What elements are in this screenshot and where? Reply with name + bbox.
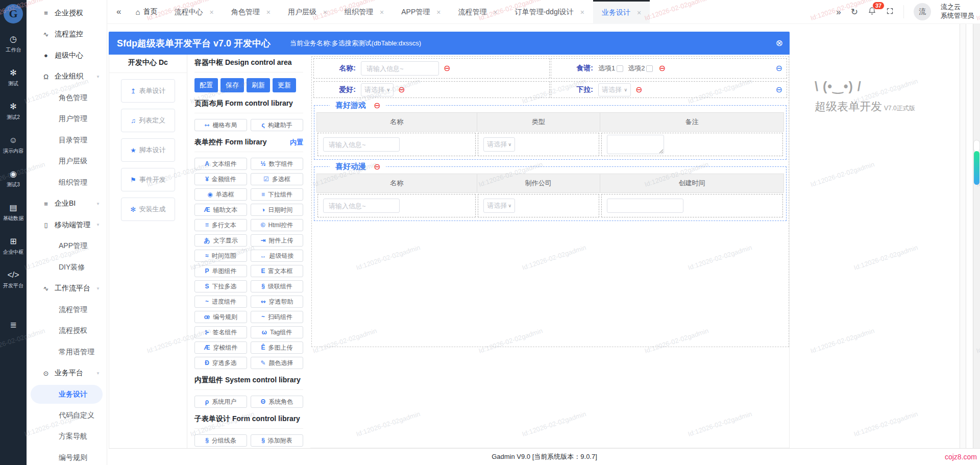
form-component-button[interactable]: § 级联组件 (251, 280, 303, 292)
form-component-button[interactable]: ☑ 多选框 (251, 173, 303, 185)
form-component-button[interactable]: ✎ 颜色选择 (251, 357, 303, 369)
tab[interactable]: 角色管理 × (223, 0, 279, 24)
checkbox[interactable] (617, 65, 623, 72)
tab-close-icon[interactable]: × (493, 8, 497, 16)
subform-component-button[interactable]: § 分组线条 (194, 434, 247, 447)
game-type-select[interactable]: 请选择 ∨ (483, 137, 515, 152)
rail-module-item[interactable]: ◉ 测试3 (0, 162, 27, 196)
sidebar-item[interactable]: ⊙ 业务平台 ▼ (27, 363, 107, 384)
layout-component-button[interactable]: ς 构建助手 (251, 119, 303, 131)
sidebar-item[interactable]: 流程授权 (27, 321, 107, 342)
sidebar-item[interactable]: 角色管理 (27, 87, 107, 109)
tab-close-icon[interactable]: × (580, 8, 584, 16)
game-name-input[interactable] (323, 137, 400, 152)
action-button[interactable]: 配置 (194, 78, 218, 92)
system-component-button[interactable]: ρ 系统用户 (194, 396, 247, 408)
tab[interactable]: 订单管理-ddgl设计 × (506, 0, 593, 24)
form-component-button[interactable]: A 文本组件 (194, 158, 247, 170)
rail-module-item[interactable]: </> 开发平台 (0, 263, 27, 297)
rail-module-item[interactable]: ◷ 工作台 (0, 28, 27, 61)
rail-module-item[interactable]: ✻ 测试 (0, 61, 27, 95)
sidebar-collapse-icon[interactable]: ≣ (0, 320, 27, 330)
checkbox-option[interactable]: 选项1 (598, 64, 623, 73)
notifications-button[interactable]: 37 (868, 7, 876, 17)
tab-close-icon[interactable]: × (323, 8, 327, 16)
close-icon[interactable]: ⊗ (776, 38, 783, 48)
form-component-button[interactable]: E 富文本框 (251, 265, 303, 277)
remove-field-icon[interactable]: ⊖ (398, 86, 405, 94)
sidebar-item[interactable]: ● 超级中心 (27, 45, 107, 66)
form-component-button[interactable]: ◉ 单选框 (194, 188, 247, 201)
remove-row-icon[interactable]: ⊖ (776, 86, 782, 94)
sidebar-item[interactable]: DIY装修 (27, 257, 107, 278)
action-button[interactable]: 保存 (220, 78, 244, 92)
hobby-select[interactable]: 请选择 ∨ (361, 83, 394, 96)
sidebar-item[interactable]: APP管理 (27, 236, 107, 257)
dev-tool-button[interactable]: ✻ 安装生成 (121, 198, 175, 221)
scrollbar-thumb-cap[interactable] (974, 140, 979, 152)
app-logo[interactable]: G (4, 4, 23, 23)
sidebar-item[interactable]: 用户管理 (27, 109, 107, 130)
sidebar-item[interactable]: Ω 企业组织 ▼ (27, 66, 107, 88)
checkbox-option[interactable]: 选项2 (628, 64, 653, 73)
checkbox[interactable] (646, 65, 653, 72)
user-info[interactable]: 流之云 系统管理员 (941, 3, 974, 20)
sidebar-item[interactable]: 用户层级 (27, 151, 107, 173)
remove-section-icon[interactable]: ⊖ (374, 163, 380, 171)
tab-home[interactable]: ⌂ 首页 (127, 0, 165, 23)
form-component-button[interactable]: ~ 扫码组件 (251, 311, 303, 323)
tab-close-icon[interactable]: × (436, 8, 440, 16)
dev-tool-button[interactable]: ↥ 表单设计 (121, 79, 175, 103)
system-component-button[interactable]: Θ 系统角色 (251, 396, 303, 408)
anime-company-select[interactable]: 请选择 ∨ (483, 199, 515, 213)
form-component-button[interactable]: Đ 穿透多选 (194, 357, 247, 369)
rail-module-item[interactable]: ☺ 演示内容 (0, 129, 27, 162)
tab[interactable]: 用户层级 × (279, 0, 336, 24)
dev-tool-button[interactable]: ★ 脚本设计 (121, 138, 175, 162)
form-component-button[interactable]: S 下拉多选 (194, 280, 247, 292)
form-component-button[interactable]: あ 文字显示 (194, 234, 247, 247)
sidebar-item[interactable]: ▯ 移动端管理 ▼ (27, 214, 107, 236)
create-time-input[interactable] (607, 199, 683, 213)
tab[interactable]: APP管理 × (393, 0, 449, 24)
page-scrollbar-track[interactable] (973, 24, 980, 465)
sidebar-item[interactable]: ∿ 流程监控 (27, 24, 107, 45)
sidebar-item[interactable]: ∿ 工作流平台 ▼ (27, 278, 107, 300)
form-component-button[interactable]: ω Tag组件 (251, 326, 303, 338)
remove-field-icon[interactable]: ⊖ (635, 86, 642, 94)
notes-textarea[interactable] (607, 135, 664, 154)
dropdown-select[interactable]: 请选择 ∨ (598, 83, 631, 96)
dev-tool-button[interactable]: ⚑ 事件开发 (121, 168, 175, 191)
panel-scrollbar-track[interactable] (960, 24, 966, 465)
subform-component-button[interactable]: § 添加附表 (251, 434, 303, 447)
remove-field-icon[interactable]: ⊖ (444, 64, 450, 72)
tab[interactable]: 业务设计 × (593, 0, 650, 24)
tabs-scroll-right-icon[interactable]: » (836, 8, 841, 16)
sidebar-item[interactable]: ≡ 企业BI ▼ (27, 193, 107, 215)
form-component-button[interactable]: ½ 数字组件 (251, 158, 303, 170)
refresh-icon[interactable]: ↻ (851, 8, 858, 16)
action-button[interactable]: 更新 (273, 78, 296, 92)
form-component-button[interactable]: ~ 进度组件 (194, 296, 247, 308)
form-component-button[interactable]: ◑ 日期时间 (251, 204, 303, 216)
form-component-button[interactable]: Æ 穿梭组件 (194, 341, 247, 354)
form-component-button[interactable]: ⇥ 附件上传 (251, 234, 303, 247)
action-button[interactable]: 刷新 (247, 78, 270, 92)
form-component-button[interactable]: P 单图组件 (194, 265, 247, 277)
form-component-button[interactable]: © Html控件 (251, 219, 303, 231)
form-component-button[interactable]: ≈ 时间范围 (194, 250, 247, 262)
sidebar-item[interactable]: 业务设计 (31, 385, 103, 404)
remove-section-icon[interactable]: ⊖ (374, 102, 380, 110)
form-component-button[interactable]: Ê 多图上传 (251, 341, 303, 354)
rail-module-item[interactable]: ⊞ 企业中枢 (0, 230, 27, 263)
form-component-button[interactable]: ≡ 下拉组件 (251, 188, 303, 201)
avatar[interactable]: 流 (914, 3, 931, 20)
sidebar-item[interactable]: 目录管理 (27, 130, 107, 151)
anime-name-input[interactable] (323, 199, 400, 213)
rail-module-item[interactable]: ✻ 测试2 (0, 95, 27, 129)
builtin-link[interactable]: 内置 (290, 138, 303, 147)
sidebar-item[interactable]: ≡ 企业授权 (27, 3, 107, 24)
tab-close-icon[interactable]: × (637, 9, 641, 17)
sidebar-item[interactable]: 编号规则 (27, 447, 107, 465)
dev-tool-button[interactable]: ♫ 列表定义 (121, 109, 175, 132)
